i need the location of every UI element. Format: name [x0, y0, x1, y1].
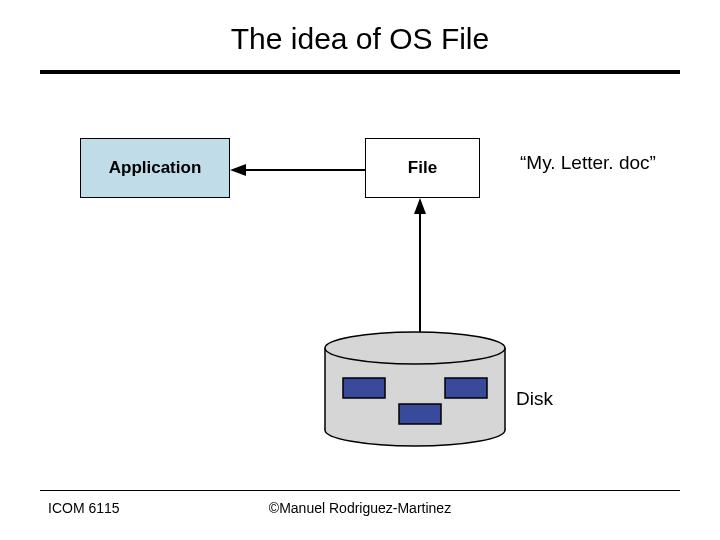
footer-copyright: ©Manuel Rodriguez-Martinez	[0, 500, 720, 516]
disk-icon	[323, 330, 507, 448]
svg-point-8	[325, 332, 505, 364]
application-box: Application	[80, 138, 230, 198]
svg-rect-11	[399, 404, 441, 424]
arrow-disk-file	[410, 198, 430, 340]
svg-rect-9	[343, 378, 385, 398]
file-box-label: File	[408, 158, 437, 178]
svg-rect-10	[445, 378, 487, 398]
slide-title: The idea of OS File	[0, 22, 720, 56]
svg-marker-3	[414, 198, 426, 214]
application-box-label: Application	[109, 158, 202, 178]
slide: The idea of OS File Application File “My…	[0, 0, 720, 540]
svg-marker-1	[230, 164, 246, 176]
footer-divider	[40, 490, 680, 491]
title-divider	[40, 70, 680, 74]
arrow-app-file	[230, 160, 365, 180]
disk-label: Disk	[516, 388, 553, 410]
file-box: File	[365, 138, 480, 198]
filename-label: “My. Letter. doc”	[520, 152, 656, 174]
